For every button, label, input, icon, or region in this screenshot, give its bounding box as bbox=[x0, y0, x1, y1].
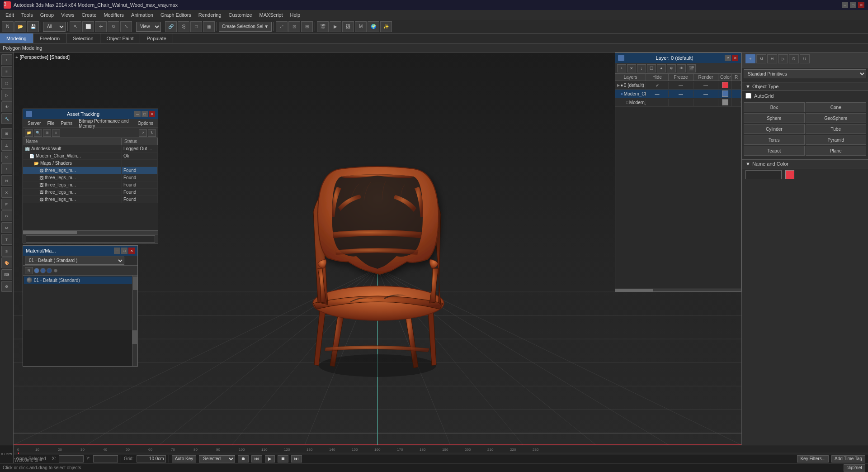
sidebar-properties[interactable]: ⚙ bbox=[1, 281, 12, 292]
layer-color-air[interactable] bbox=[718, 98, 732, 106]
at-row-legs-2[interactable]: 🖼 three_legs_m... Found bbox=[23, 174, 158, 181]
me-maximize-btn[interactable]: □ bbox=[121, 248, 127, 254]
rp-btn-teapot[interactable]: Teapot bbox=[744, 146, 805, 156]
at-row-legs-4[interactable]: 🖼 three_legs_m... Found bbox=[23, 189, 158, 196]
layer-freeze-air[interactable]: — bbox=[669, 99, 693, 106]
menu-graph-editors[interactable]: Graph Editors bbox=[157, 10, 195, 20]
autogrid-checkbox[interactable] bbox=[745, 93, 751, 99]
rp-btn-box[interactable]: Box bbox=[744, 102, 805, 112]
sidebar-graphview[interactable]: G bbox=[1, 210, 12, 221]
toolbar-render-effects[interactable]: ✨ bbox=[380, 21, 392, 32]
sidebar-motion[interactable]: ▷ bbox=[1, 90, 12, 100]
grid-input[interactable] bbox=[137, 455, 166, 462]
sidebar-matl[interactable]: M bbox=[1, 222, 12, 233]
at-menu-bitmap[interactable]: Bitmap Performance and Memory bbox=[76, 118, 134, 129]
at-row-legs-3[interactable]: 🖼 three_legs_m... Found bbox=[23, 181, 158, 189]
x-input[interactable] bbox=[59, 455, 84, 462]
menu-maxscript[interactable]: MAXScript bbox=[256, 10, 287, 20]
layer-color-default[interactable] bbox=[718, 81, 732, 89]
rp-btn-cone[interactable]: Cone bbox=[806, 102, 867, 112]
at-menu-server[interactable]: Server bbox=[25, 120, 43, 126]
at-scrollbar-track[interactable] bbox=[23, 231, 158, 234]
toolbar-link[interactable]: 🔗 bbox=[165, 21, 177, 32]
at-close-btn[interactable]: ✕ bbox=[149, 111, 155, 117]
menu-tools[interactable]: Tools bbox=[18, 10, 37, 20]
at-scrollbar-thumb[interactable] bbox=[23, 231, 77, 234]
sidebar-schematic[interactable]: S bbox=[1, 246, 12, 257]
sidebar-editpoly[interactable]: P bbox=[1, 199, 12, 210]
at-row-chair-file[interactable]: 📄 Modern_Chair_Waln... Ok bbox=[23, 153, 158, 160]
me-btn-open[interactable] bbox=[34, 268, 39, 273]
layer-manager-scrollbar[interactable] bbox=[615, 288, 741, 291]
all-dropdown[interactable]: All bbox=[43, 22, 66, 32]
menu-edit[interactable]: Edit bbox=[2, 10, 18, 20]
lm-btn-render[interactable]: 🎬 bbox=[687, 64, 696, 72]
layer-row-modern-chair[interactable]: ■ Modern_Ch...alnut — — — bbox=[615, 90, 741, 98]
y-input[interactable] bbox=[93, 455, 118, 462]
view-dropdown[interactable]: View bbox=[136, 22, 161, 32]
at-row-legs-5[interactable]: 🖼 three_legs_m... Found bbox=[23, 196, 158, 203]
sidebar-percentsnap[interactable]: % bbox=[1, 152, 12, 162]
menu-rendering[interactable]: Rendering bbox=[195, 10, 225, 20]
toolbar-select-region[interactable]: ⬜ bbox=[82, 21, 94, 32]
rp-btn-geosphere[interactable]: GeoSphere bbox=[806, 113, 867, 123]
me-material-dropdown[interactable]: 01 - Default ( Standard ) bbox=[25, 257, 124, 265]
layer-hide-chair[interactable]: — bbox=[646, 91, 669, 97]
rp-create-tab[interactable]: + bbox=[745, 54, 755, 63]
toolbar-environment[interactable]: 🌍 bbox=[368, 21, 379, 32]
rp-btn-tube[interactable]: Tube bbox=[806, 124, 867, 134]
lm-scrollbar-track[interactable] bbox=[615, 289, 741, 291]
sidebar-snap[interactable]: ⊞ bbox=[1, 128, 12, 139]
lm-btn-add-sel[interactable]: ↓ bbox=[637, 64, 646, 72]
rp-display-tab[interactable]: D bbox=[789, 54, 799, 63]
toolbar-rotate[interactable]: ↻ bbox=[108, 21, 119, 32]
me-btn-new[interactable]: N bbox=[25, 267, 33, 274]
at-minimize-btn[interactable]: ─ bbox=[134, 111, 141, 117]
next-frame-btn[interactable]: ⏭ bbox=[291, 455, 302, 462]
rp-btn-sphere[interactable]: Sphere bbox=[744, 113, 805, 123]
layer-color-chair[interactable] bbox=[718, 90, 732, 98]
tab-object-paint[interactable]: Object Paint bbox=[100, 33, 141, 43]
me-btn-blue2[interactable] bbox=[47, 268, 52, 273]
menu-help[interactable]: Help bbox=[287, 10, 304, 20]
layer-render-chair[interactable]: — bbox=[693, 91, 718, 97]
clip2net-btn[interactable]: clip2net bbox=[844, 464, 865, 472]
at-status-input[interactable] bbox=[26, 235, 155, 243]
at-menu-options[interactable]: Options bbox=[135, 120, 156, 126]
at-btn-help[interactable]: ? bbox=[139, 129, 147, 137]
rp-primitives-dropdown[interactable]: Standard Primitives bbox=[744, 69, 866, 78]
menu-modifiers[interactable]: Modifiers bbox=[100, 10, 127, 20]
at-btn-refresh[interactable]: ↻ bbox=[148, 129, 156, 137]
toolbar-save[interactable]: 💾 bbox=[27, 21, 39, 32]
set-key-btn[interactable]: ⏺ bbox=[238, 455, 249, 462]
rp-btn-torus[interactable]: Torus bbox=[744, 135, 805, 145]
rp-btn-cylinder[interactable]: Cylinder bbox=[744, 124, 805, 134]
sidebar-angsnap[interactable]: ∠ bbox=[1, 140, 12, 151]
layer-row-chair-air[interactable]: □ Modern_Ch...air — — — bbox=[615, 98, 741, 107]
selected-dropdown[interactable]: Selected bbox=[199, 455, 235, 462]
toolbar-render-scene[interactable]: 🎬 bbox=[317, 21, 329, 32]
at-btn-2[interactable]: 🔍 bbox=[34, 129, 42, 137]
rp-color-swatch[interactable] bbox=[785, 170, 794, 179]
sidebar-hierarchy[interactable]: ⬡ bbox=[1, 78, 12, 89]
toolbar-move[interactable]: ✛ bbox=[95, 21, 107, 32]
lm-btn-freeze[interactable]: ❄ bbox=[667, 64, 676, 72]
tab-modeling[interactable]: Modeling bbox=[0, 33, 33, 43]
rp-motion-tab[interactable]: ▷ bbox=[778, 54, 788, 63]
rp-hier-tab[interactable]: H bbox=[767, 54, 777, 63]
toolbar-align[interactable]: ⊡ bbox=[288, 21, 300, 32]
lm-btn-delete[interactable]: ✕ bbox=[627, 64, 636, 72]
layer-freeze-default[interactable]: — bbox=[669, 82, 693, 89]
lm-btn-select[interactable]: ☐ bbox=[647, 64, 656, 72]
rp-name-input-box[interactable] bbox=[745, 170, 782, 179]
toolbar-layer[interactable]: ▦ bbox=[203, 21, 215, 32]
prev-frame-btn[interactable]: ⏮ bbox=[251, 455, 262, 462]
sidebar-mxs[interactable]: ⌨ bbox=[1, 269, 12, 280]
layer-render-default[interactable]: — bbox=[693, 82, 718, 89]
toolbar-quick-render[interactable]: ▶ bbox=[330, 21, 341, 32]
layer-manager-titlebar[interactable]: Layer: 0 (default) ? ✕ bbox=[615, 53, 741, 63]
lm-scrollbar-thumb[interactable] bbox=[615, 289, 653, 291]
me-right-scroll-thumb[interactable] bbox=[132, 330, 137, 344]
menu-customize[interactable]: Customize bbox=[225, 10, 256, 20]
menu-create[interactable]: Create bbox=[78, 10, 100, 20]
